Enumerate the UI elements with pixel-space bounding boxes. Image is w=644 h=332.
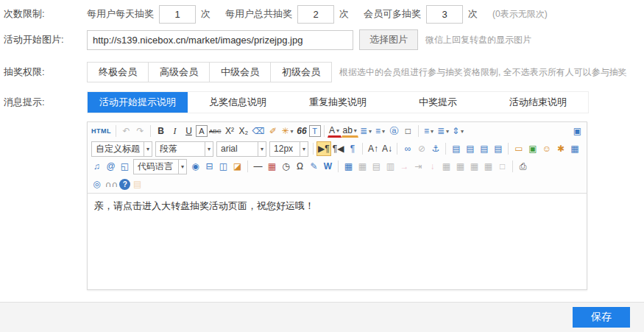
save-button[interactable]: 保存 — [573, 307, 630, 328]
emoticon-icon[interactable]: ☺ — [539, 141, 553, 156]
omega-icon[interactable]: Ω — [293, 159, 307, 174]
toolbar-row-3: ♫@◱代码语言▾◉⊟◫◪—▦◷Ω✎W▦▦▤▥→⇥↓▦▦▦▦□⎙ — [88, 158, 587, 175]
line-height-icon[interactable]: ⇕▾ — [450, 124, 465, 138]
insert-row-icon[interactable]: → — [397, 159, 411, 174]
calendar-icon[interactable]: ▦ — [265, 159, 279, 174]
preview-icon[interactable]: ◎ — [90, 177, 104, 191]
daily-draw-input[interactable] — [159, 5, 196, 24]
code-language-select[interactable]: 代码语言▾ — [133, 159, 187, 174]
snippet-icon[interactable]: ◪ — [230, 159, 244, 174]
unordered-list-icon[interactable]: ≡▾ — [373, 124, 387, 138]
insert-image-icon[interactable]: ▣ — [526, 141, 539, 156]
insert-table-icon[interactable]: ▦ — [342, 159, 355, 174]
paste-as-text-icon[interactable]: T — [309, 125, 321, 137]
attachment-icon[interactable]: @ — [104, 159, 118, 174]
char-border-icon[interactable]: A — [196, 125, 208, 137]
message-tips-row: 消息提示: 活动开始提示说明兑奖信息说明重复抽奖说明中奖提示活动结束说明 — [4, 91, 644, 113]
rtl-icon[interactable]: ¶◀ — [331, 141, 346, 156]
blockquote-icon[interactable]: 66 — [295, 124, 309, 138]
word-import-icon[interactable]: W — [321, 159, 335, 174]
font-size-select[interactable]: 12px▾ — [269, 141, 308, 157]
font-size-increase-icon[interactable]: A↑ — [366, 141, 380, 156]
table-props-icon[interactable]: ▤ — [369, 159, 383, 174]
align-right-icon[interactable]: ▤ — [477, 141, 491, 156]
align-icon[interactable]: ≡▾ — [422, 124, 436, 138]
member-extra-draw-input[interactable] — [426, 5, 463, 24]
help-icon[interactable]: ? — [119, 179, 130, 190]
palette-icon[interactable]: ✱ — [553, 141, 567, 156]
message-tab-1[interactable]: 兑奖信息说明 — [188, 92, 288, 113]
toolbar-separator — [397, 143, 397, 155]
split-row-icon[interactable]: ▦ — [453, 159, 467, 174]
total-draw-input[interactable] — [297, 5, 334, 24]
print-icon[interactable]: ⎙ — [516, 159, 530, 174]
strikethrough-icon[interactable]: ABC — [208, 124, 222, 138]
format-painter-icon[interactable]: ✐ — [266, 124, 280, 138]
image-url-input[interactable] — [87, 30, 353, 50]
ltr-icon[interactable]: ▶¶ — [316, 141, 331, 156]
find-replace-icon[interactable]: ∩∩ — [104, 177, 119, 191]
font-color-icon[interactable]: A▾ — [328, 125, 342, 138]
member-option-3[interactable]: 初级会员 — [271, 62, 332, 82]
member-option-1[interactable]: 高级会员 — [149, 62, 210, 82]
edit-doc-icon[interactable]: ✎ — [307, 159, 321, 174]
margin-icon[interactable]: ≣▾ — [436, 124, 450, 138]
music-icon[interactable]: ♫ — [90, 159, 104, 174]
image-space-icon[interactable]: ▭ — [512, 141, 526, 156]
redo-icon[interactable]: ↷ — [133, 124, 147, 138]
fullscreen-icon[interactable]: ▣ — [570, 124, 584, 138]
table-grid-icon[interactable]: ▦ — [481, 159, 495, 174]
message-tab-4[interactable]: 活动结束说明 — [488, 92, 588, 113]
delete-row-icon[interactable]: ↓ — [425, 159, 439, 174]
align-justify-icon[interactable]: ▤ — [491, 141, 505, 156]
subscript-icon[interactable]: X₂ — [236, 124, 250, 138]
ordered-list-icon[interactable]: ≣▾ — [358, 124, 373, 138]
bold-icon[interactable]: B — [154, 124, 168, 138]
choose-image-button[interactable]: 选择图片 — [359, 29, 418, 50]
toolbar-separator — [247, 160, 248, 172]
member-option-2[interactable]: 中级会员 — [210, 62, 271, 82]
page-break-icon[interactable]: ⊟ — [202, 159, 216, 174]
merge-cells-icon[interactable]: ▦ — [439, 159, 453, 174]
new-page-icon[interactable]: □ — [401, 124, 415, 138]
clock-icon[interactable]: ◷ — [279, 159, 293, 174]
highlight-color-icon[interactable]: ab▾ — [342, 125, 358, 138]
auto-typeset-icon[interactable]: ✳▾ — [280, 124, 294, 138]
member-option-0[interactable]: 终极会员 — [87, 62, 149, 82]
code-language-select-value: 代码语言 — [134, 160, 178, 173]
message-tab-2[interactable]: 重复抽奖说明 — [288, 92, 388, 113]
anchor-icon[interactable]: ⚓ — [428, 141, 442, 156]
message-tab-3[interactable]: 中奖提示 — [388, 92, 488, 113]
undo-icon[interactable]: ↶ — [119, 124, 133, 138]
media-page-icon[interactable]: ◱ — [118, 159, 132, 174]
unlink-icon[interactable]: ⊘ — [414, 141, 428, 156]
insert-col-icon[interactable]: ⇥ — [411, 159, 425, 174]
message-tab-0[interactable]: 活动开始提示说明 — [88, 92, 188, 113]
align-center-icon[interactable]: ▤ — [463, 141, 477, 156]
split-col-icon[interactable]: ▦ — [467, 159, 481, 174]
link-icon[interactable]: ∞ — [400, 141, 414, 156]
paragraph-format-icon[interactable]: ¶ — [345, 141, 359, 156]
html-source-button[interactable]: HTML — [90, 124, 113, 138]
insert-code-icon[interactable]: ◉ — [188, 159, 202, 174]
remove-format-icon[interactable]: ⌫ — [250, 124, 266, 138]
cell-props-icon[interactable]: ▥ — [383, 159, 397, 174]
table-delete-icon[interactable]: ▦ — [355, 159, 369, 174]
hr-icon[interactable]: — — [251, 159, 265, 174]
dropdown-caret-icon: ▾ — [354, 127, 357, 134]
font-family-select[interactable]: arial▾ — [216, 141, 266, 157]
dropdown-caret-icon: ▾ — [178, 160, 186, 174]
underline-icon[interactable]: U — [182, 124, 196, 138]
italic-icon[interactable]: I — [168, 124, 182, 138]
insert-media-icon[interactable]: ▦ — [567, 141, 581, 156]
custom-title-select[interactable]: 自定义标题▾ — [91, 141, 152, 157]
paragraph-select[interactable]: 段落▾ — [155, 141, 213, 157]
anchor-a-icon[interactable]: ⓐ — [387, 124, 401, 138]
align-left-icon[interactable]: ▤ — [449, 141, 463, 156]
columns-icon[interactable]: ◫ — [216, 159, 230, 174]
editor-content[interactable]: 亲，请点击进入大转盘抽奖活动页面，祝您好运哦！ — [88, 193, 587, 289]
superscript-icon[interactable]: X² — [222, 124, 236, 138]
font-size-decrease-icon[interactable]: A↓ — [380, 141, 394, 156]
clear-doc-icon[interactable]: □ — [495, 159, 509, 174]
paste-word-icon[interactable]: ▤ — [130, 177, 144, 191]
